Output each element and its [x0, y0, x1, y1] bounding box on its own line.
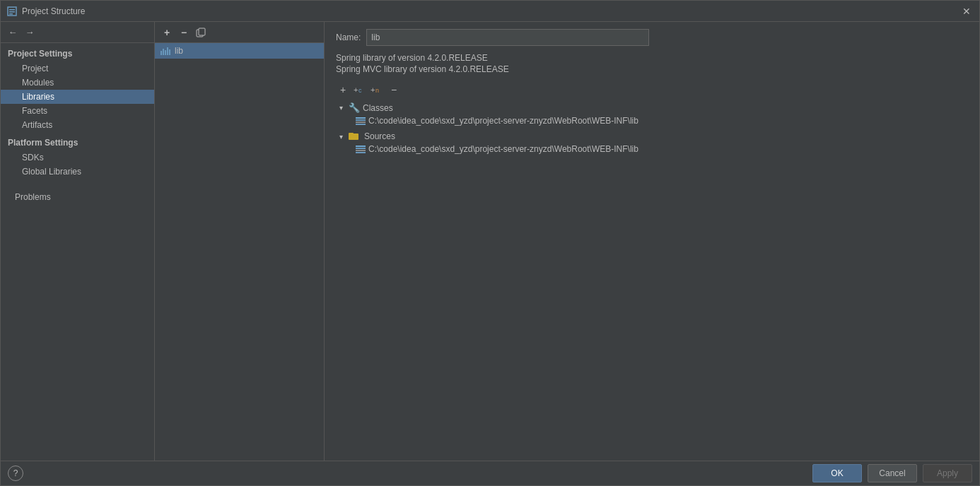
forward-button[interactable]: → — [22, 25, 37, 40]
sidebar-nav-bar: ← → — [1, 22, 154, 43]
sidebar: ← → Project Settings Project Modules Lib… — [1, 22, 155, 461]
name-input[interactable] — [366, 29, 649, 46]
help-button[interactable]: ? — [8, 466, 23, 481]
svg-text:+: + — [371, 85, 375, 94]
svg-text:c: c — [358, 87, 362, 94]
tree-section: ▾ 🔧 Classes C:\code\idea_code\sxd_yzd\pr… — [336, 101, 968, 155]
classes-path-item: C:\code\idea_code\sxd_yzd\project-server… — [356, 114, 968, 127]
apply-button[interactable]: Apply — [923, 464, 972, 482]
folder-icon — [349, 133, 358, 140]
project-settings-label: Project Settings — [1, 43, 154, 61]
sources-tree-item: ▾ Sources — [336, 130, 968, 143]
window-icon — [6, 6, 18, 17]
sidebar-item-project[interactable]: Project — [1, 61, 154, 76]
right-panel: Name: Spring library of version 4.2.0.RE… — [325, 22, 979, 461]
library-icon — [161, 47, 170, 55]
info-line-2: Spring MVC library of version 4.2.0.RELE… — [336, 64, 968, 74]
add-classes-button[interactable]: + c — [353, 83, 367, 97]
add-native-button[interactable]: + n — [370, 83, 384, 97]
bottom-left: ? — [8, 466, 23, 481]
sidebar-item-modules[interactable]: Modules — [1, 76, 154, 90]
copy-library-button[interactable] — [193, 25, 209, 40]
svg-rect-2 — [9, 11, 15, 13]
window-title: Project Structure — [22, 6, 959, 16]
svg-rect-1 — [9, 9, 15, 11]
sources-chevron[interactable]: ▾ — [336, 133, 346, 141]
name-row: Name: — [336, 29, 968, 46]
main-content: ← → Project Settings Project Modules Lib… — [1, 22, 979, 461]
svg-text:+: + — [354, 85, 358, 94]
jar-icon-sources — [356, 146, 366, 153]
remove-path-button[interactable]: − — [387, 83, 401, 97]
sidebar-item-facets[interactable]: Facets — [1, 104, 154, 118]
close-button[interactable]: ✕ — [959, 4, 974, 18]
remove-library-button[interactable]: − — [176, 25, 192, 40]
sidebar-item-global-libraries[interactable]: Global Libraries — [1, 165, 154, 179]
title-bar: Project Structure ✕ — [1, 1, 979, 22]
sidebar-item-artifacts[interactable]: Artifacts — [1, 118, 154, 132]
info-line-1: Spring library of version 4.2.0.RELEASE — [336, 53, 968, 63]
bottom-bar: ? OK Cancel Apply — [1, 461, 979, 485]
platform-settings-label: Platform Settings — [1, 132, 154, 150]
add-path-button[interactable]: + — [336, 83, 350, 97]
svg-text:n: n — [375, 87, 379, 94]
sidebar-item-sdks[interactable]: SDKs — [1, 150, 154, 165]
cancel-button[interactable]: Cancel — [868, 464, 917, 482]
name-label: Name: — [336, 32, 361, 42]
sidebar-item-problems[interactable]: Problems — [1, 190, 154, 204]
sources-path-item: C:\code\idea_code\sxd_yzd\project-server… — [356, 143, 968, 155]
svg-rect-5 — [199, 28, 205, 35]
library-list-toolbar: + − — [155, 22, 324, 43]
svg-rect-3 — [9, 13, 13, 15]
library-list-panel: + − — [155, 22, 325, 461]
wrench-icon: 🔧 — [349, 102, 360, 113]
classes-chevron[interactable]: ▾ — [336, 104, 346, 112]
classes-tree-item: ▾ 🔧 Classes — [336, 101, 968, 114]
library-list: lib — [155, 43, 324, 461]
project-structure-window: Project Structure ✕ ← → Project Settings… — [0, 0, 980, 486]
add-library-button[interactable]: + — [159, 25, 175, 40]
jar-icon — [356, 117, 366, 125]
bottom-right: OK Cancel Apply — [812, 464, 972, 482]
back-button[interactable]: ← — [5, 25, 21, 40]
sidebar-item-libraries[interactable]: Libraries — [1, 90, 154, 104]
list-item[interactable]: lib — [155, 43, 324, 59]
detail-toolbar: + + c + n − — [336, 83, 968, 97]
ok-button[interactable]: OK — [812, 464, 862, 482]
